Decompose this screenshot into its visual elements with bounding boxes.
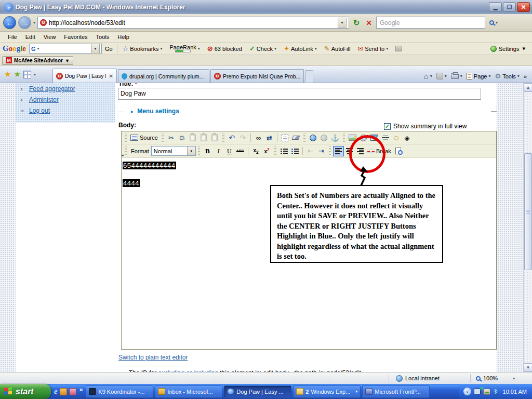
source-button[interactable]: Source [129,132,159,143]
menu-item-file[interactable]: File [4,33,21,41]
menu-settings-link[interactable]: Menu settings [137,108,179,115]
sidebar-link[interactable]: Feed aggregator [29,85,75,92]
mcafee-siteadvisor-button[interactable]: M McAfee SiteAdvisor ▾ [2,56,73,65]
page-menu-button[interactable]: Page ▾ [467,73,491,79]
format-dropdown-icon[interactable]: ▾ [187,147,195,155]
menu-item-tools[interactable]: Tools [92,33,113,41]
search-dropdown[interactable]: ▾ [496,20,498,25]
cut-button[interactable]: ✂ [166,132,177,143]
ie-quicklaunch-icon[interactable]: e [54,387,58,396]
minimize-button[interactable]: ▁ [489,2,502,12]
numbered-list-button[interactable] [278,146,289,156]
device-tray-icon[interactable] [483,389,490,395]
underline-button[interactable]: U [224,146,235,156]
menu-item-favorites[interactable]: Favorites [60,33,91,41]
google-search-combo-arrow[interactable]: ▾ [91,44,100,54]
select-all-button[interactable] [280,132,290,143]
subscript-button[interactable]: x2 [250,146,261,156]
flash-button[interactable] [358,132,369,143]
favorites-center-button[interactable]: ★ [4,70,11,79]
search-go-button[interactable]: ▾ [487,20,500,25]
google-check-button[interactable]: ✓Check▾ [248,45,277,52]
restore-button[interactable]: ❐ [503,2,516,12]
align-left-button[interactable] [333,146,344,156]
google-settings-button[interactable]: Settings ▾ [490,45,529,52]
tools-menu-button[interactable]: ⚙ Tools ▾ [495,72,520,80]
google-search-input[interactable]: G ▾ ▾ [29,44,102,54]
sidebar-link[interactable]: Log out [29,107,50,114]
strikethrough-button[interactable]: ABC [235,146,246,156]
feeds-button[interactable]: ▾ [436,73,447,79]
scrollbar-thumb[interactable] [524,153,532,270]
tray-collapse-button[interactable]: ‹ [463,388,471,395]
google-autolink-button[interactable]: ✦AutoLink▾ [283,45,318,52]
quick-tabs-button[interactable] [23,71,31,78]
google-pagerank-button[interactable]: PageRank▾ [168,45,201,52]
smiley-button[interactable]: ☺ [391,132,402,143]
special-char-button[interactable]: ◈ [402,132,413,143]
google-go-button[interactable]: Go [105,46,113,52]
remove-format-button[interactable] [290,132,301,143]
tab-2[interactable]: drupal.org | Community plum... [118,69,209,83]
format-select[interactable]: Normal▾ [151,146,196,156]
print-button[interactable]: ▾ [451,73,462,79]
hr-button[interactable] [380,132,391,143]
forward-button[interactable]: → [18,16,31,29]
add-favorite-button[interactable]: ★ [14,70,20,79]
align-right-button[interactable] [355,146,366,156]
tab-3[interactable]: UPremo Exputo Nisl Quae Prob... [210,69,304,83]
google-search-dropdown[interactable]: ▾ [37,46,39,51]
preview-button[interactable] [393,146,404,156]
highlighted-text-1[interactable]: 6544444444444 [123,162,176,169]
menu-item-help[interactable]: Help [114,33,133,41]
link-button[interactable] [308,132,318,143]
align-center-button[interactable] [344,146,355,156]
scroll-down-button[interactable]: ▼ [524,363,532,372]
menu-item-edit[interactable]: Edit [22,33,39,41]
refresh-button[interactable]: ↻ [351,18,362,28]
highlighted-text-2[interactable]: 4444 [123,179,140,187]
google-blocked-button[interactable]: ⊘63 blocked [206,45,243,52]
superscript-button[interactable]: x2 [261,146,272,156]
replace-button[interactable]: ⇄ [264,132,275,143]
taskbar-button-2[interactable]: Inbox - Microsof... [155,385,222,398]
url-text[interactable]: http://localhost/node/53/edit [49,19,336,26]
quicklaunch-overflow-chevron[interactable]: » [79,386,83,393]
title-input[interactable]: Dog Paw [118,88,481,100]
url-dropdown[interactable]: ▾ [338,18,347,28]
bold-button[interactable]: B [202,146,213,156]
taskbar-button-3[interactable]: Dog Paw | Easy ... [224,385,291,398]
break-button[interactable]: Break [366,146,393,156]
sidebar-item-log-out[interactable]: ○Log out [21,107,50,114]
tab-1[interactable]: UDog Paw | Easy Pet MD.C...✕ [52,69,117,83]
url-box[interactable]: U http://localhost/node/53/edit ▾ [37,17,349,29]
menu-item-view[interactable]: View [40,33,60,41]
search-box[interactable]: Google [376,17,485,29]
bullet-list-button[interactable] [289,146,300,156]
start-button[interactable]: start [0,384,51,399]
toolbar-collapse-handle[interactable]: ◂ [122,153,126,158]
quick-tabs-dropdown[interactable]: ▾ [34,72,36,77]
copy-button[interactable]: ⧉ [177,132,188,143]
zoom-control[interactable]: 100% ▾ [476,375,515,381]
taskbar-button-1[interactable]: K9 Koordinator -... [86,385,153,398]
tab-close-icon[interactable]: ✕ [109,73,113,79]
indent-button[interactable]: ⇥ [316,146,327,156]
bluetooth-tray-icon[interactable]: ᛒ [493,388,499,395]
taskbar-button-5[interactable]: Microsoft FrontP... [362,385,430,398]
italic-button[interactable]: I [213,146,224,156]
new-tab-stub[interactable] [305,70,313,83]
google-sendto-button[interactable]: ✉Send to▾ [356,45,389,52]
sidebar-item-feed-aggregator[interactable]: ›Feed aggregator [21,85,75,92]
table-button[interactable] [369,132,380,143]
command-overflow-chevron[interactable]: » [524,73,527,79]
history-dropdown[interactable]: ▾ [33,20,35,25]
media-quicklaunch-icon[interactable] [69,388,76,395]
image-button[interactable] [347,132,358,143]
outlook-quicklaunch-icon[interactable] [60,388,67,395]
home-button[interactable]: ⌂ ▾ [424,72,432,81]
sidebar-link[interactable]: Administer [29,96,59,103]
google-bookmarks-button[interactable]: ☆Bookmarks▾ [122,45,164,52]
zoom-dropdown[interactable]: ▾ [513,376,515,381]
stop-button[interactable]: ✕ [364,19,374,27]
